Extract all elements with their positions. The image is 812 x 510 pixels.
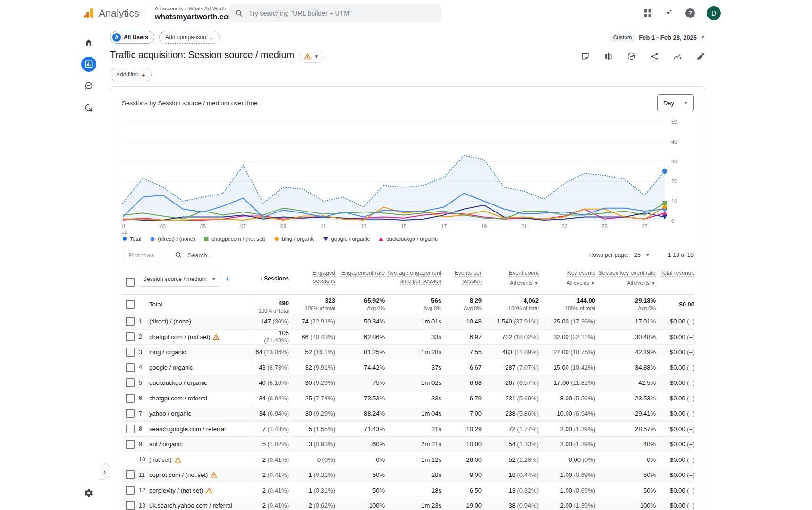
row-checkbox[interactable]: [126, 486, 135, 495]
events-filter-select[interactable]: All events ▼: [482, 280, 539, 286]
chevron-right-icon: ›: [185, 5, 186, 12]
table-row[interactable]: 3 bing / organic64 (13.06%)52 (16.1%)81.…: [122, 345, 694, 360]
row-checkbox[interactable]: [126, 425, 135, 434]
source-medium-value: copilot.com / (not set): [149, 471, 253, 478]
report-snapshot-icon[interactable]: [580, 52, 590, 61]
gear-icon: [84, 488, 93, 498]
table-row[interactable]: 6 chatgpt.com / referral34 (6.94%)25 (7.…: [122, 391, 694, 407]
legend-item[interactable]: (direct) / (none): [150, 236, 195, 242]
plus-icon: +: [209, 34, 213, 42]
avatar[interactable]: D: [707, 6, 721, 20]
row-checkbox[interactable]: [126, 332, 135, 341]
share-icon[interactable]: [650, 52, 659, 61]
row-checkbox[interactable]: [126, 501, 135, 510]
source-medium-value: chatgpt.com / referral: [149, 395, 253, 402]
legend-diamond-marker: [274, 236, 279, 242]
table-row[interactable]: 5 duckduckgo / organic40 (8.16%)30 (9.29…: [122, 375, 694, 391]
metric-cell: 34 (6.94%): [253, 391, 290, 406]
date-range-picker[interactable]: Custom Feb 1 - Feb 28, 2026 ▼: [610, 33, 705, 42]
row-number: 13: [138, 502, 149, 509]
help-icon[interactable]: ?: [685, 8, 695, 18]
table-row[interactable]: 7 yahoo / organic34 (6.94%)30 (9.29%)88.…: [122, 406, 694, 422]
sidebar-item-advertising[interactable]: [81, 100, 96, 115]
plot-rows-button[interactable]: Plot rows: [122, 248, 161, 262]
events-filter-select[interactable]: All events ▼: [595, 280, 656, 286]
metric-cell: 50%: [595, 471, 656, 478]
sidebar-item-explore[interactable]: [81, 78, 96, 94]
global-search[interactable]: [229, 4, 441, 22]
metric-cell: 10.00 (6.94%): [539, 410, 595, 417]
sidebar-item-admin[interactable]: [78, 488, 99, 498]
row-checkbox[interactable]: [126, 394, 135, 403]
events-filter-select[interactable]: All events ▼: [539, 280, 595, 286]
svg-text:05: 05: [200, 223, 206, 229]
sparkline-insights-icon[interactable]: [673, 52, 682, 61]
row-checkbox[interactable]: [126, 470, 135, 479]
legend-item[interactable]: google / organic: [323, 236, 370, 242]
apps-grid-icon[interactable]: [643, 8, 652, 18]
row-checkbox[interactable]: [126, 409, 135, 418]
global-search-input[interactable]: [248, 9, 436, 17]
column-header-8[interactable]: Total revenue: [656, 269, 694, 277]
table-row[interactable]: 12 perplexity / (not set) 2 (0.41%)1 (0.…: [122, 483, 694, 499]
legend-item[interactable]: bing / organic: [274, 236, 314, 242]
add-dimension-button[interactable]: +: [225, 274, 230, 284]
segment-chip-all-users[interactable]: A All Users: [110, 31, 154, 44]
edit-icon[interactable]: [696, 52, 705, 61]
legend-item[interactable]: duckduckgo / organic: [378, 236, 438, 242]
legend-item[interactable]: Total: [122, 236, 141, 242]
row-checkbox[interactable]: [126, 317, 135, 326]
column-header-5[interactable]: Event count: [482, 269, 539, 277]
metric-cell: 0%: [335, 456, 385, 463]
source-medium-value: (direct) / (none): [149, 318, 253, 325]
row-number: 6: [138, 395, 149, 401]
table-row[interactable]: 11 copilot.com / (not set) 2 (0.41%)1 (0…: [122, 468, 694, 483]
column-header-0[interactable]: ↓ Sessions: [253, 275, 289, 283]
analytics-logo[interactable]: Analytics: [83, 7, 139, 19]
metric-cell: 50%: [335, 471, 385, 478]
row-checkbox[interactable]: [126, 440, 135, 449]
granularity-select[interactable]: Day ▼: [657, 94, 694, 111]
svg-text:01: 01: [122, 223, 126, 229]
metric-cell: 1m 23s: [385, 502, 441, 509]
legend-label: chatgpt.com / (not set): [211, 236, 265, 242]
table-row[interactable]: 4 google / organic43 (8.78%)32 (9.91%)74…: [122, 360, 694, 376]
row-checkbox[interactable]: [126, 348, 135, 357]
table-search-input[interactable]: [186, 251, 330, 259]
metric-cell: 5 (1.02%): [253, 437, 290, 452]
compare-icon[interactable]: [603, 52, 613, 61]
data-quality-pill[interactable]: ▼: [299, 51, 324, 63]
metric-cell: 6.67: [441, 364, 482, 371]
select-all-checkbox[interactable]: [126, 278, 135, 287]
column-header-4[interactable]: Events per session: [441, 269, 482, 286]
row-checkbox[interactable]: [126, 378, 135, 387]
table-search[interactable]: [175, 251, 589, 259]
column-header-7[interactable]: Session key event rate: [595, 269, 656, 277]
table-row[interactable]: 8 search.google.com / referral7 (1.43%)5…: [122, 422, 694, 437]
column-header-3[interactable]: Average engagement time per session: [385, 269, 441, 286]
metric-cell: 40%: [595, 441, 656, 448]
insights-icon[interactable]: [626, 52, 636, 61]
column-header-1[interactable]: Engaged sessions: [290, 269, 335, 286]
account-switcher[interactable]: All accounts › Whats Art Worth whatsmyar…: [155, 5, 242, 21]
column-header-6[interactable]: Key events: [539, 269, 595, 277]
add-filter-chip[interactable]: Add filter +: [110, 68, 152, 81]
table-row[interactable]: 10 (not set) 2 (0.41%)0 (0%)0%1m 12s26.0…: [122, 452, 694, 468]
table-row[interactable]: 1 (direct) / (none)147 (30%)74 (22.91%)5…: [122, 314, 694, 330]
row-checkbox[interactable]: [126, 363, 135, 372]
legend-item[interactable]: chatgpt.com / (not set): [203, 236, 265, 242]
explore-icon: [84, 81, 93, 91]
row-checkbox[interactable]: [126, 300, 135, 309]
dimension-select[interactable]: Session source / medium ▼: [138, 272, 220, 287]
column-header-2[interactable]: Engagement rate: [335, 269, 385, 277]
metric-cell: 1.00 (0.69%): [539, 487, 595, 494]
sidebar-item-home[interactable]: [81, 35, 96, 50]
gemini-sparkle-icon[interactable]: [664, 8, 674, 18]
add-comparison-chip[interactable]: Add comparison +: [159, 31, 219, 44]
table-row[interactable]: 13 uk.search.yahoo.com / referral2 (0.41…: [122, 498, 694, 510]
svg-text:15: 15: [401, 223, 406, 229]
rows-per-page-select[interactable]: 25 ▼: [634, 252, 650, 258]
table-row[interactable]: 9 aol / organic5 (1.02%)3 (0.93%)60%2m 2…: [122, 437, 694, 452]
table-row[interactable]: 2 chatgpt.com / (not set) 105 (21.43%)66…: [122, 330, 694, 345]
sidebar-item-reports[interactable]: [81, 57, 96, 72]
